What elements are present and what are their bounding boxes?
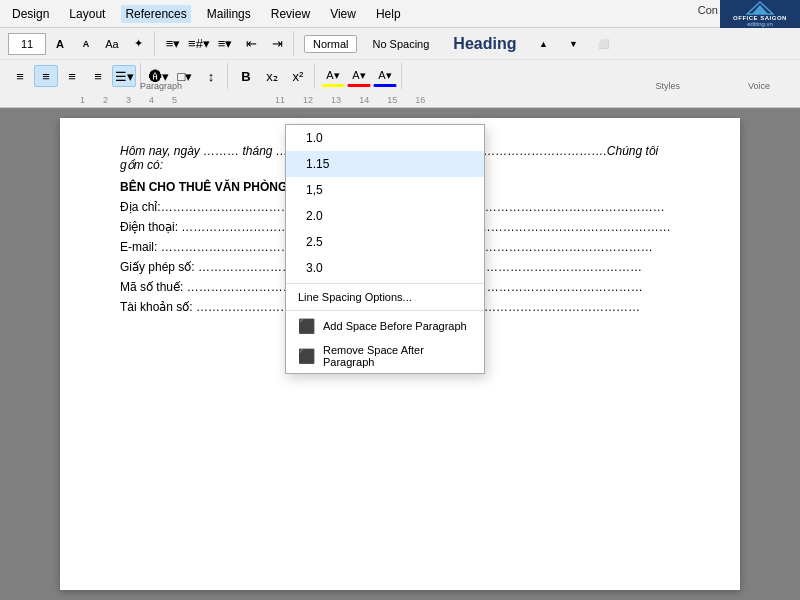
- spacing-3-0[interactable]: 3.0: [286, 255, 484, 281]
- clear-format-btn[interactable]: ✦: [126, 33, 150, 55]
- spacing-1-5-label: 1,5: [306, 183, 323, 197]
- styles-scroll-down-btn[interactable]: ▼: [561, 33, 585, 55]
- spacing-2-5-label: 2.5: [306, 235, 323, 249]
- spacing-2-0-label: 2.0: [306, 209, 323, 223]
- logo-subtitle: editing.vn: [747, 21, 773, 27]
- add-space-before-label: Add Space Before Paragraph: [323, 320, 467, 332]
- menu-design[interactable]: Design: [8, 5, 53, 23]
- subscript-btn[interactable]: x₂: [260, 65, 284, 87]
- font-color2-btn[interactable]: A▾: [373, 65, 397, 87]
- ribbon-row1: A A Aa ✦ ≡▾ ≡#▾ ≡▾ ⇤ ⇥ Normal No Spacing…: [0, 28, 800, 60]
- align-right-btn[interactable]: ≡: [60, 65, 84, 87]
- ribbon-row2: ≡ ≡ ≡ ≡ ☰▾ 🅐▾ □▾ ↕ B x₂ x² A▾ A▾ A▾ Para…: [0, 60, 800, 92]
- list-section: ≡▾ ≡#▾ ≡▾ ⇤ ⇥: [157, 31, 294, 56]
- multilevel-list-btn[interactable]: ≡▾: [213, 33, 237, 55]
- menu-view[interactable]: View: [326, 5, 360, 23]
- align-left-btn[interactable]: ≡: [8, 65, 32, 87]
- spacing-1-15[interactable]: 1.15: [286, 151, 484, 177]
- font-color-btn[interactable]: A▾: [347, 65, 371, 87]
- line-spacing-btn[interactable]: ☰▾: [112, 65, 136, 87]
- bullet-list-btn[interactable]: ≡▾: [161, 33, 185, 55]
- align-center-btn[interactable]: ≡: [34, 65, 58, 87]
- spacing-2-5[interactable]: 2.5: [286, 229, 484, 255]
- style-nospacing-btn[interactable]: No Spacing: [363, 35, 438, 53]
- add-space-before-item[interactable]: ⬛ Add Space Before Paragraph: [286, 313, 484, 339]
- spacing-1-0-label: 1.0: [306, 131, 323, 145]
- spacing-1-15-label: 1.15: [306, 157, 329, 171]
- ruler: 12345 111213141516: [0, 92, 800, 108]
- styles-expand-btn[interactable]: ⬜: [591, 33, 615, 55]
- line-spacing-dropdown: 1.0 1.15 1,5 2.0 2.5 3.0 Line Spacing Op…: [285, 124, 485, 374]
- highlight-section: A▾ A▾ A▾: [317, 63, 402, 89]
- font-grow-btn[interactable]: A: [48, 33, 72, 55]
- align-section: ≡ ≡ ≡ ≡ ☰▾: [4, 63, 141, 89]
- spacing-1-5[interactable]: 1,5: [286, 177, 484, 203]
- style-heading-btn[interactable]: Heading: [444, 32, 525, 56]
- bold-btn[interactable]: B: [234, 65, 258, 87]
- menu-mailings[interactable]: Mailings: [203, 5, 255, 23]
- change-case-btn[interactable]: Aa: [100, 33, 124, 55]
- font-shrink-btn[interactable]: A: [74, 33, 98, 55]
- increase-indent-btn[interactable]: ⇥: [265, 33, 289, 55]
- spacing-3-0-label: 3.0: [306, 261, 323, 275]
- styles-section: Normal No Spacing Heading ▲ ▼ ⬜: [296, 31, 796, 56]
- decrease-indent-btn[interactable]: ⇤: [239, 33, 263, 55]
- styles-scroll-up-btn[interactable]: ▲: [531, 33, 555, 55]
- menu-bar: Design Layout References Mailings Review…: [0, 0, 800, 28]
- font-size-section: A A Aa ✦: [4, 31, 155, 56]
- con-label: Con: [698, 4, 718, 16]
- add-space-before-icon: ⬛: [298, 318, 315, 334]
- dropdown-divider-2: [286, 310, 484, 311]
- styles-label: Styles: [655, 81, 680, 91]
- text-decoration-section: B x₂ x²: [230, 63, 315, 89]
- paragraph-label: Paragraph: [140, 81, 182, 91]
- font-size-input[interactable]: [8, 33, 46, 55]
- spacing-2-0[interactable]: 2.0: [286, 203, 484, 229]
- style-normal-btn[interactable]: Normal: [304, 35, 357, 53]
- logo-area: OFFICE SAIGON editing.vn: [720, 0, 800, 28]
- highlight-btn[interactable]: A▾: [321, 65, 345, 87]
- dropdown-divider-1: [286, 283, 484, 284]
- line-spacing-options-label: Line Spacing Options...: [298, 291, 412, 303]
- spacing-1-0[interactable]: 1.0: [286, 125, 484, 151]
- numbered-list-btn[interactable]: ≡#▾: [187, 33, 211, 55]
- voice-label: Voice: [748, 81, 770, 91]
- align-justify-btn[interactable]: ≡: [86, 65, 110, 87]
- remove-space-after-item[interactable]: ⬛ Remove Space After Paragraph: [286, 339, 484, 373]
- ruler-marks: 12345 111213141516: [80, 95, 425, 105]
- remove-space-after-label: Remove Space After Paragraph: [323, 344, 472, 368]
- menu-layout[interactable]: Layout: [65, 5, 109, 23]
- line-spacing-options-item[interactable]: Line Spacing Options...: [286, 286, 484, 308]
- menu-review[interactable]: Review: [267, 5, 314, 23]
- remove-space-after-icon: ⬛: [298, 348, 315, 364]
- menu-help[interactable]: Help: [372, 5, 405, 23]
- sort-btn[interactable]: ↕: [199, 65, 223, 87]
- superscript-btn[interactable]: x²: [286, 65, 310, 87]
- menu-references[interactable]: References: [121, 5, 190, 23]
